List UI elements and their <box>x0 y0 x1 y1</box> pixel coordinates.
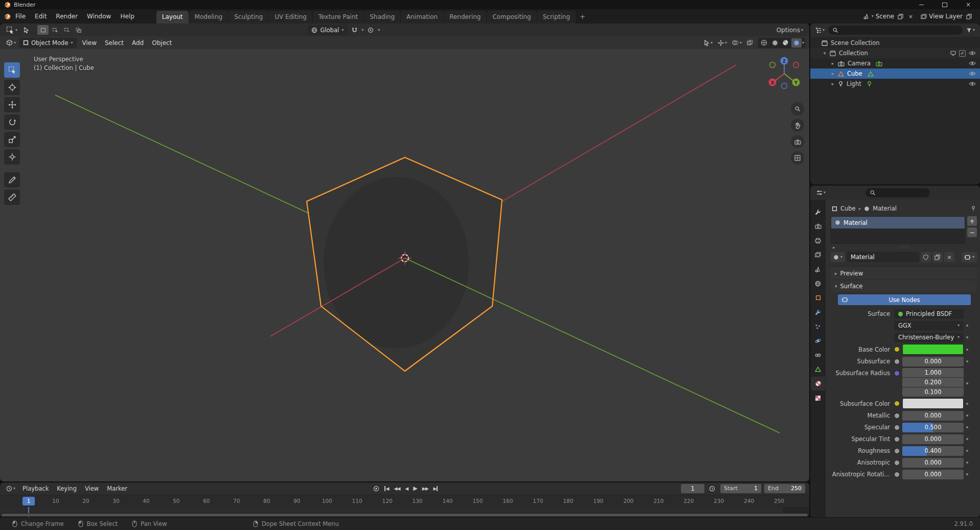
gizmo-axis-neg-y[interactable] <box>770 62 776 68</box>
snap-toggle-button[interactable] <box>350 26 359 34</box>
gizmos-dropdown[interactable]: ▾ <box>716 39 729 47</box>
app-menu-icon[interactable] <box>4 13 11 20</box>
field-metallic-input[interactable]: 0.000 <box>902 411 964 421</box>
proportional-dropdown[interactable]: ▾ <box>378 28 380 32</box>
exclude-checkbox[interactable]: ✓ <box>959 50 966 57</box>
active-tool-button[interactable]: ▾ <box>4 25 19 35</box>
field-base-color-swatch[interactable] <box>902 344 964 355</box>
new-scene-button[interactable] <box>896 12 904 20</box>
unlink-scene-button[interactable]: × <box>906 12 915 20</box>
tab-animation[interactable]: Animation <box>401 11 443 24</box>
timeline-menu-marker[interactable]: Marker <box>103 484 131 493</box>
menu-file[interactable]: File <box>11 11 30 22</box>
auto-keying-button[interactable] <box>371 485 381 493</box>
transform-orientation-dropdown[interactable]: Global ▾ <box>307 25 348 35</box>
surface-shader-dropdown[interactable]: Principled BSDF <box>894 309 964 319</box>
timeline-editor-type-button[interactable]: ▾ <box>4 485 17 493</box>
shading-solid-button[interactable] <box>770 38 780 48</box>
tool-select-button[interactable] <box>4 62 20 78</box>
field-roughness-input[interactable]: 0.400 <box>902 446 964 456</box>
scene-selector[interactable]: ▾ Scene × <box>860 11 918 21</box>
start-frame-field[interactable]: Start 1 <box>720 484 761 493</box>
properties-tab-render[interactable] <box>811 219 825 233</box>
properties-tab-constraints[interactable] <box>811 348 825 362</box>
properties-search-input[interactable] <box>878 189 926 197</box>
use-nodes-button[interactable]: Use Nodes <box>838 294 971 305</box>
eye-icon[interactable] <box>969 51 976 56</box>
tool-annotate-button[interactable] <box>4 172 20 188</box>
shading-material-button[interactable] <box>781 38 791 48</box>
decorator[interactable] <box>964 450 971 452</box>
play-reverse-button[interactable]: ◀ <box>403 485 410 492</box>
outliner-filter-button[interactable]: ▾ <box>964 27 977 34</box>
select-mode-subtract-button[interactable] <box>61 25 72 35</box>
field-subsurface-color-swatch[interactable] <box>902 398 964 409</box>
decorator[interactable] <box>964 336 971 338</box>
decorator[interactable] <box>964 325 971 327</box>
tab-compositing[interactable]: Compositing <box>487 11 536 24</box>
decorator[interactable] <box>964 414 971 417</box>
properties-tab-view-layer[interactable] <box>811 248 825 262</box>
properties-tab-world[interactable] <box>811 276 825 290</box>
breadcrumb-material[interactable]: Material <box>873 205 897 212</box>
properties-tab-object[interactable] <box>811 291 825 305</box>
mode-dropdown[interactable]: Object Mode ▾ <box>19 38 77 48</box>
tab-texture-paint[interactable]: Texture Paint <box>313 11 363 24</box>
pan-button[interactable] <box>791 119 804 132</box>
field-specular-tint-input[interactable]: 0.000 <box>902 434 964 444</box>
viewport-menu-object[interactable]: Object <box>148 38 176 48</box>
tab-uv-editing[interactable]: UV Editing <box>269 11 312 24</box>
shading-wireframe-button[interactable] <box>759 38 769 48</box>
jump-to-start-button[interactable]: ◀ <box>382 485 391 492</box>
decorator[interactable] <box>964 438 971 440</box>
select-mode-new-button[interactable] <box>37 25 49 35</box>
material-slot-list[interactable]: Material <box>831 216 965 244</box>
material-name-field[interactable]: Material <box>847 252 919 262</box>
outliner-editor-type-button[interactable]: ▾ <box>813 26 827 34</box>
current-frame-field[interactable]: 1 <box>681 484 704 493</box>
gizmo-axis-neg-z[interactable] <box>782 83 787 89</box>
duplicate-material-button[interactable] <box>932 252 943 262</box>
tab-rendering[interactable]: Rendering <box>444 11 486 24</box>
tab-modeling[interactable]: Modeling <box>189 11 229 24</box>
editor-type-button[interactable]: ▾ <box>4 38 18 47</box>
shading-rendered-button[interactable] <box>791 38 802 48</box>
overlays-dropdown[interactable]: ▾ <box>730 39 744 47</box>
maximize-button[interactable] <box>933 0 956 9</box>
field-anisotropic-input[interactable]: 0.000 <box>902 458 964 468</box>
disclosure-icon[interactable]: ▸ <box>830 81 836 86</box>
tool-scale-button[interactable] <box>4 132 20 147</box>
menu-render[interactable]: Render <box>51 11 82 22</box>
vector-input[interactable]: 0.100 <box>902 387 964 397</box>
tab-sculpting[interactable]: Sculpting <box>229 11 268 24</box>
viewport-menu-select[interactable]: Select <box>101 38 128 48</box>
decorator[interactable] <box>964 462 971 464</box>
properties-tab-particles[interactable] <box>811 319 825 333</box>
tweak-tool-button[interactable] <box>21 26 31 34</box>
fake-user-button[interactable] <box>921 252 931 262</box>
properties-tab-modifiers[interactable] <box>811 305 825 319</box>
outliner-row-camera[interactable]: ▸Camera <box>810 58 980 68</box>
disclosure-icon[interactable]: ▸ <box>830 61 836 66</box>
eye-icon[interactable] <box>969 61 976 66</box>
material-slot-item[interactable]: Material <box>831 217 965 228</box>
properties-tab-texture[interactable] <box>811 391 825 405</box>
new-view-layer-button[interactable] <box>965 12 973 20</box>
decorator[interactable] <box>964 382 971 384</box>
decorator[interactable] <box>964 426 971 428</box>
properties-tab-object-data[interactable] <box>811 362 825 376</box>
tool-transform-button[interactable] <box>4 149 20 165</box>
disclosure-icon[interactable]: ▾ <box>822 51 828 56</box>
subsurface-method-dropdown[interactable]: Christensen-Burley ▾ <box>894 333 964 342</box>
field-anisotropic-rotati-input[interactable]: 0.000 <box>902 470 964 479</box>
prev-keyframe-button[interactable]: ◀◀ <box>392 485 402 492</box>
add-workspace-button[interactable]: + <box>576 11 589 22</box>
viewport-menu-view[interactable]: View <box>78 38 100 48</box>
outliner-row-cube[interactable]: ▸Cube <box>810 68 980 79</box>
outliner-row-scene-collection[interactable]: Scene Collection <box>810 38 980 48</box>
viewport-canvas[interactable]: User Perspective (1) Collection | Cube <box>0 49 809 481</box>
screen-icon[interactable] <box>950 51 956 56</box>
tab-shading[interactable]: Shading <box>364 11 400 24</box>
vector-input[interactable]: 0.200 <box>902 378 964 387</box>
shading-dropdown[interactable]: ▾ <box>802 41 804 45</box>
